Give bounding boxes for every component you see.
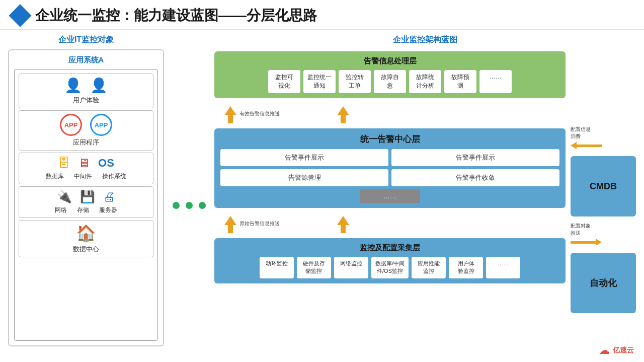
app-icons: APP APP: [60, 114, 112, 136]
dots-area: [173, 198, 206, 213]
network-label: 网络: [55, 206, 67, 214]
cmdb-ann-2: 配置对象推送: [571, 223, 636, 237]
monitor-box-3: 网络监控: [334, 257, 368, 278]
dot-2: [186, 202, 193, 209]
alert-box-5: 故障统计分析: [409, 70, 441, 93]
monitor-title: 监控及配置采集层: [220, 243, 559, 253]
infra-icons: 🔌 💾 🖨: [57, 190, 115, 204]
monitor-box-2: 硬件及存储监控: [297, 257, 331, 278]
alert-box-1: 监控可视化: [268, 70, 300, 93]
dot-3: [199, 202, 206, 209]
inner-box: 👤 👤 用户体验 APP APP 应用程序 🗄: [14, 69, 158, 341]
unified-layer: 统一告警中心层 告警事件展示 告警事件展示 告警源管理 告警事件收敛 ……: [214, 128, 566, 208]
main-content: 企业IT监控对象 应用系统A 👤 👤 用户体验 APP APP: [0, 30, 644, 360]
app-icon-red: APP: [60, 114, 82, 136]
arrow-up-left-stem: [228, 115, 233, 123]
monitor-box-5: 应用性能监控: [412, 257, 446, 278]
arrow-up-right: [337, 106, 349, 123]
alert-info-boxes: 监控可视化 监控统一通知 监控转工单 故障自愈 故障统计分析 故障预测 ……: [220, 70, 559, 93]
monitor-box-6: 用户体验监控: [449, 257, 483, 278]
datacenter-label: 数据中心: [73, 245, 99, 254]
unified-box-1: 告警事件展示: [220, 149, 388, 166]
arrow-label-raw: 原始告警信息推送: [239, 220, 280, 227]
user-icon-2: 👤: [90, 77, 108, 94]
server-label: 服务器: [99, 206, 117, 214]
unified-box-4: 告警事件收敛: [391, 169, 559, 186]
datacenter-icon: 🏠: [76, 224, 96, 243]
alert-info-title: 告警信息处理层: [220, 56, 559, 66]
auto-arrow-right: [571, 239, 636, 246]
dots-separator: [174, 35, 204, 355]
page-title: 企业统一监控：能力建设蓝图——分层化思路: [35, 6, 317, 25]
cmdb-arrow-left: [571, 142, 636, 149]
arrow-up-left-2-head: [224, 216, 236, 225]
left-section-title: 企业IT监控对象: [8, 35, 164, 45]
alert-box-6: 故障预测: [444, 70, 476, 93]
auto-label: 自动化: [590, 277, 617, 289]
monitor-box-dots: ……: [486, 257, 520, 278]
cmdb-spacer: [571, 51, 636, 122]
user-icons: 👤 👤: [64, 77, 108, 94]
server-icon: 🖨: [103, 190, 115, 204]
unified-box-3: 告警源管理: [220, 169, 388, 186]
arrow-row-2: 原始告警信息推送: [214, 212, 566, 234]
unified-title: 统一告警中心层: [220, 133, 559, 145]
arch-area: 告警信息处理层 监控可视化 监控统一通知 监控转工单 故障自愈 故障统计分析 故…: [214, 51, 636, 355]
network-icon: 🔌: [57, 190, 72, 204]
arrow-right-head: [596, 239, 602, 246]
cmdb-ann-1: 配置信息消费: [571, 126, 636, 140]
arrow-row-1: 有效告警信息推送: [214, 102, 566, 124]
alert-box-dots: ……: [479, 70, 512, 93]
right-col-wrapper: 配置信息消费 CMDB 配置对象推送: [571, 51, 636, 355]
storage-label: 存储: [77, 206, 89, 214]
layer-user-experience: 👤 👤 用户体验: [19, 74, 153, 108]
header-diamond-icon: [9, 4, 31, 27]
right-panel: 企业监控架构蓝图 告警信息处理层 监控可视化 监控统一通知 监控转工单 故障自愈…: [214, 35, 636, 355]
left-panel: 企业IT监控对象 应用系统A 👤 👤 用户体验 APP APP: [8, 35, 164, 355]
unified-dots: ……: [360, 189, 420, 203]
datacenter-icons: 🏠: [76, 224, 96, 243]
layer-app: APP APP 应用程序: [19, 110, 153, 151]
header: 企业统一监控：能力建设蓝图——分层化思路: [0, 0, 644, 30]
monitor-layer: 监控及配置采集层 动环监控 硬件及存储监控 网络监控 数据库/中间件/OS监控 …: [214, 238, 566, 283]
arrow-up-left: [224, 106, 236, 123]
arrow-up-left-head: [224, 106, 236, 115]
alert-box-4: 故障自愈: [374, 70, 406, 93]
logo-area: ☁ 亿速云: [599, 344, 634, 357]
app-icon-blue: APP: [90, 114, 112, 136]
arrow-up-right-2: [337, 216, 349, 233]
arrow-up-right-head: [337, 106, 349, 115]
app-label: 应用程序: [73, 138, 99, 147]
storage-icon: 💾: [80, 190, 95, 204]
user-experience-label: 用户体验: [73, 96, 99, 105]
monitor-box-1: 动环监控: [260, 257, 294, 278]
alert-box-3: 监控转工单: [339, 70, 371, 93]
cmdb-label: CMDB: [590, 181, 617, 192]
auto-box: 自动化: [571, 253, 636, 313]
layer-middleware: 🗄 🖥 OS 数据库 中间件 操作系统: [19, 153, 153, 184]
logo-text: 亿速云: [613, 346, 634, 355]
alert-box-2: 监控统一通知: [303, 70, 336, 93]
arrow-up-right-2-stem: [341, 225, 346, 233]
db-icon: 🗄: [58, 156, 70, 170]
arrow-up-left-2-stem: [228, 225, 233, 233]
db-label: 数据库: [46, 172, 64, 181]
unified-grid: 告警事件展示 告警事件展示 告警源管理 告警事件收敛: [220, 149, 559, 186]
dot-1: [173, 202, 180, 209]
arrow-left-stem: [577, 144, 602, 147]
center-col: 告警信息处理层 监控可视化 监控统一通知 监控转工单 故障自愈 故障统计分析 故…: [214, 51, 566, 355]
infra-labels: 网络 存储 服务器: [55, 206, 117, 214]
layer-datacenter: 🏠 数据中心: [19, 220, 153, 257]
arrow-left-head: [571, 142, 577, 149]
cmdb-box: CMDB: [571, 156, 636, 216]
user-icon-1: 👤: [64, 77, 82, 94]
arrow-right-stem: [571, 241, 596, 244]
arrow-label-effective: 有效告警信息推送: [239, 110, 280, 117]
subsystem-title: 应用系统A: [14, 55, 158, 65]
middleware-icons: 🗄 🖥 OS: [58, 156, 114, 170]
logo-icon: ☁: [599, 344, 610, 357]
layer-infra: 🔌 💾 🖨 网络 存储 服务器: [19, 186, 153, 218]
monitor-boxes: 动环监控 硬件及存储监控 网络监控 数据库/中间件/OS监控 应用性能监控 用户…: [220, 257, 559, 278]
arrow-up-right-stem: [341, 115, 346, 123]
os-text-label: 操作系统: [102, 172, 126, 181]
